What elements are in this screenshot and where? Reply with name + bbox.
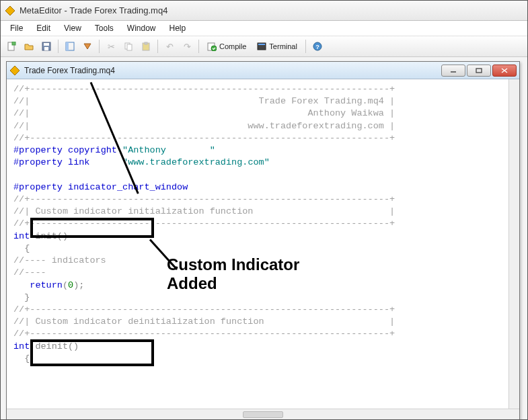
undo-button[interactable]: ↶: [161, 38, 178, 54]
minimize-button[interactable]: [441, 65, 465, 77]
save-button[interactable]: [38, 38, 54, 54]
document-window: Trade Forex Trading.mq4 //+-------------…: [6, 61, 520, 420]
toggle-toolbox-button[interactable]: [79, 38, 96, 54]
menu-tools[interactable]: Tools: [88, 22, 120, 34]
menu-window[interactable]: Window: [120, 22, 163, 34]
toolbar-separator: [198, 40, 199, 53]
document-titlebar[interactable]: Trade Forex Trading.mq4: [7, 62, 519, 79]
svg-rect-20: [476, 69, 482, 73]
file-icon: [9, 65, 20, 76]
terminal-button[interactable]: Terminal: [252, 38, 302, 54]
toolbar-separator: [99, 40, 100, 53]
compile-button[interactable]: Compile: [202, 38, 251, 54]
menu-edit[interactable]: Edit: [30, 22, 57, 34]
open-file-button[interactable]: [21, 38, 37, 54]
redo-button[interactable]: ↷: [179, 38, 195, 54]
close-button[interactable]: [492, 65, 517, 77]
svg-rect-5: [44, 47, 48, 50]
svg-rect-15: [258, 44, 265, 45]
document-title: Trade Forex Trading.mq4: [24, 66, 441, 75]
window-controls: [441, 65, 517, 77]
svg-rect-11: [145, 42, 147, 44]
toolbar: ✂ ↶ ↷ Compile Terminal ?: [1, 36, 527, 57]
app-title: MetaEditor - Trade Forex Trading.mq4: [20, 5, 167, 15]
cut-button[interactable]: ✂: [103, 38, 119, 54]
annotation-box: [30, 339, 154, 366]
new-file-button[interactable]: [3, 38, 20, 54]
svg-point-13: [211, 46, 217, 51]
copy-button[interactable]: [120, 38, 137, 54]
horizontal-scrollbar[interactable]: [7, 409, 519, 419]
vertical-scrollbar[interactable]: [508, 79, 519, 409]
toolbar-separator: [58, 40, 59, 53]
app-titlebar: MetaEditor - Trade Forex Trading.mq4: [1, 1, 527, 21]
workspace: Trade Forex Trading.mq4 //+-------------…: [1, 57, 527, 420]
maximize-button[interactable]: [467, 65, 491, 77]
annotation-text: Custom Indicator Added: [167, 255, 299, 292]
svg-rect-4: [44, 43, 49, 46]
annotation-box: [30, 218, 154, 238]
paste-button[interactable]: [138, 38, 154, 54]
menu-view[interactable]: View: [57, 22, 88, 34]
compile-label: Compile: [219, 42, 246, 50]
app-icon: [5, 5, 15, 16]
svg-marker-18: [10, 66, 20, 75]
terminal-label: Terminal: [269, 42, 297, 50]
toggle-navigator-button[interactable]: [62, 38, 78, 54]
svg-marker-0: [5, 6, 15, 15]
menubar: File Edit View Tools Window Help: [1, 21, 527, 36]
menu-help[interactable]: Help: [163, 22, 193, 34]
toolbar-separator: [305, 40, 306, 53]
help-button[interactable]: ?: [309, 38, 326, 54]
svg-text:?: ?: [315, 44, 319, 50]
svg-rect-9: [127, 44, 132, 50]
svg-rect-2: [12, 42, 15, 45]
scrollbar-thumb[interactable]: [243, 411, 283, 418]
toolbar-separator: [157, 40, 158, 53]
svg-rect-7: [66, 42, 69, 50]
menu-file[interactable]: File: [3, 22, 30, 34]
